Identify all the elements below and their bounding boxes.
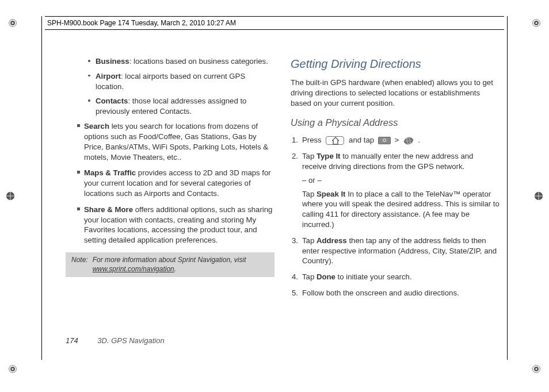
term: Airport	[96, 72, 121, 80]
page-number: 174	[66, 336, 78, 345]
note-body: For more information about Sprint Naviga…	[93, 256, 269, 274]
crop-mark-icon	[8, 364, 17, 374]
text: Follow both the onscreen and audio direc…	[302, 289, 459, 297]
text: Press	[302, 136, 323, 144]
text: and tap	[349, 136, 376, 144]
crop-mark-icon	[534, 191, 543, 201]
step-item: Tap Type It to manually enter the new ad…	[302, 151, 500, 230]
page-content: Business: locations based on business ca…	[66, 56, 500, 329]
text: Tap	[302, 190, 317, 198]
or-divider: – or –	[302, 175, 500, 186]
right-column: Getting Driving Directions The built-in …	[291, 56, 500, 329]
globe-icon	[403, 135, 414, 145]
term: Contacts	[96, 97, 128, 105]
sub-bullet-list: Business: locations based on business ca…	[66, 56, 274, 117]
tiles-icon	[378, 137, 391, 144]
step-item: Follow both the onscreen and audio direc…	[302, 288, 500, 298]
crop-edge	[41, 16, 42, 360]
crop-mark-icon	[532, 18, 541, 28]
term: Search	[84, 122, 109, 130]
text: Tap	[302, 272, 317, 281]
svg-point-2	[12, 22, 13, 24]
header-text: SPH-M900.book Page 174 Tuesday, March 2,…	[47, 19, 236, 27]
section-heading: Getting Driving Directions	[291, 56, 500, 72]
steps-list: Press and tap > . Tap Type It to manuall…	[291, 135, 500, 298]
list-item: Contacts: those local addresses assigned…	[96, 96, 274, 117]
text: Tap	[302, 236, 317, 245]
desc: : locations based on business categories…	[129, 57, 268, 66]
note-label: Note:	[71, 256, 88, 274]
intro-paragraph: The built-in GPS hardware (when enabled)…	[291, 78, 500, 108]
svg-point-8	[12, 368, 13, 370]
svg-point-5	[535, 22, 537, 24]
list-item: Business: locations based on business ca…	[96, 56, 274, 67]
term: Maps & Traffic	[84, 168, 136, 177]
book-header: SPH-M900.book Page 174 Tuesday, March 2,…	[45, 16, 504, 30]
note-text: For more information about Sprint Naviga…	[93, 256, 246, 264]
list-item: Share & More offers additional options, …	[84, 205, 274, 245]
step-item: Tap Address then tap any of the address …	[302, 236, 500, 266]
text: to initiate your search.	[336, 272, 412, 281]
step-item: Tap Done to initiate your search.	[302, 272, 500, 282]
alt-text: Tap Speak It In to place a call to the T…	[302, 189, 500, 230]
svg-point-11	[535, 368, 537, 370]
note-box: Note: For more information about Sprint …	[66, 252, 274, 277]
term: Business	[96, 57, 129, 66]
crop-mark-icon	[8, 18, 17, 28]
left-column: Business: locations based on business ca…	[66, 56, 274, 329]
page-footer: 174 3D. GPS Navigation	[66, 336, 165, 345]
list-item: Maps & Traffic provides access to 2D and…	[84, 168, 274, 198]
crop-mark-icon	[532, 364, 541, 374]
square-bullet-list: Search lets you search for locations fro…	[66, 121, 274, 245]
text: Tap	[302, 152, 317, 160]
desc: lets you search for locations from dozen…	[84, 122, 268, 161]
crop-edge	[507, 16, 508, 360]
term: Type It	[317, 152, 341, 160]
term: Share & More	[84, 205, 133, 214]
term: Done	[317, 272, 336, 281]
home-button-icon	[326, 136, 344, 145]
text: .	[418, 136, 420, 144]
step-item: Press and tap > .	[302, 135, 500, 145]
note-link: www.sprint.com/navigation	[93, 265, 174, 273]
list-item: Airport: local airports based on current…	[96, 71, 274, 92]
term: Address	[317, 236, 347, 245]
list-item: Search lets you search for locations fro…	[84, 121, 274, 162]
text: >	[394, 136, 401, 144]
crop-mark-icon	[6, 191, 15, 201]
term: Speak It	[317, 190, 346, 198]
subheading: Using a Physical Address	[291, 116, 500, 129]
section-title: 3D. GPS Navigation	[97, 336, 164, 345]
